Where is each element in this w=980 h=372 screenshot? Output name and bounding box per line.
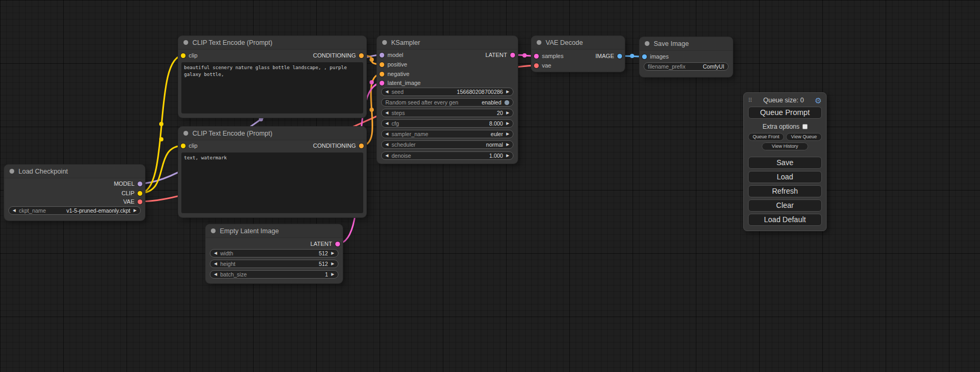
prompt-textarea[interactable]: beautiful scenery nature glass bottle la… bbox=[181, 62, 363, 113]
collapse-dot-icon[interactable] bbox=[183, 131, 188, 136]
drag-handle-icon[interactable]: ⠿ bbox=[748, 97, 752, 104]
output-port-conditioning[interactable]: CONDITIONING bbox=[313, 52, 364, 59]
widget-ckpt-name[interactable]: ◀ ckpt_name v1-5-pruned-emaonly.ckpt ▶ bbox=[8, 206, 141, 215]
node-title-bar[interactable]: Empty Latent Image bbox=[206, 224, 343, 238]
view-history-button[interactable]: View History bbox=[762, 142, 808, 150]
input-port-latent-image[interactable]: latent_image bbox=[380, 79, 421, 87]
port-dot[interactable] bbox=[380, 81, 384, 85]
input-port-images[interactable]: images bbox=[642, 53, 668, 60]
widget-steps[interactable]: ◀ steps 20 ▶ bbox=[381, 109, 513, 117]
port-dot[interactable] bbox=[359, 144, 364, 148]
input-port-samples[interactable]: samples bbox=[534, 52, 564, 60]
settings-gear-icon[interactable]: ⚙ bbox=[815, 97, 822, 104]
load-default-button[interactable]: Load Default bbox=[748, 214, 822, 226]
queue-prompt-button[interactable]: Queue Prompt bbox=[748, 107, 822, 119]
port-dot[interactable] bbox=[617, 54, 622, 59]
output-port-vae[interactable]: VAE bbox=[123, 198, 142, 205]
refresh-button[interactable]: Refresh bbox=[748, 185, 822, 197]
decrement-arrow-icon[interactable]: ◀ bbox=[385, 121, 389, 126]
node-title-bar[interactable]: KSampler bbox=[377, 36, 518, 50]
node-empty-latent-image[interactable]: Empty Latent Image LATENT ◀ width 512 ▶ … bbox=[206, 224, 343, 283]
decrement-arrow-icon[interactable]: ◀ bbox=[385, 132, 389, 136]
collapse-dot-icon[interactable] bbox=[9, 169, 14, 174]
port-dot[interactable] bbox=[510, 53, 515, 58]
increment-arrow-icon[interactable]: ▶ bbox=[331, 272, 334, 276]
port-dot[interactable] bbox=[380, 72, 384, 77]
queue-front-button[interactable]: Queue Front bbox=[748, 133, 784, 141]
decrement-arrow-icon[interactable]: ◀ bbox=[385, 142, 389, 147]
input-port-clip[interactable]: clip bbox=[181, 52, 198, 59]
input-port-clip[interactable]: clip bbox=[181, 142, 198, 149]
collapse-dot-icon[interactable] bbox=[537, 40, 541, 45]
port-dot[interactable] bbox=[380, 62, 384, 67]
widget-sampler-name[interactable]: ◀ sampler_name euler ▶ bbox=[381, 130, 513, 138]
output-port-latent[interactable]: LATENT bbox=[311, 240, 340, 247]
decrement-arrow-icon[interactable]: ◀ bbox=[385, 90, 389, 94]
prompt-textarea[interactable]: text, watermark bbox=[181, 152, 363, 213]
output-port-conditioning[interactable]: CONDITIONING bbox=[313, 142, 364, 149]
port-dot[interactable] bbox=[534, 54, 539, 59]
widget-scheduler[interactable]: ◀ scheduler normal ▶ bbox=[381, 140, 513, 149]
node-clip-text-encode-positive[interactable]: CLIP Text Encode (Prompt) clip CONDITION… bbox=[178, 36, 366, 118]
input-port-model[interactable]: model bbox=[380, 51, 403, 59]
collapse-dot-icon[interactable] bbox=[382, 40, 387, 45]
increment-arrow-icon[interactable]: ▶ bbox=[506, 142, 509, 147]
input-port-positive[interactable]: positive bbox=[380, 61, 407, 68]
node-ksampler[interactable]: KSampler model positive negative latent_… bbox=[377, 36, 518, 164]
collapse-dot-icon[interactable] bbox=[211, 228, 216, 233]
increment-arrow-icon[interactable]: ▶ bbox=[506, 90, 509, 94]
port-dot[interactable] bbox=[534, 63, 539, 68]
port-dot[interactable] bbox=[138, 199, 142, 204]
increment-arrow-icon[interactable]: ▶ bbox=[331, 251, 334, 255]
decrement-arrow-icon[interactable]: ◀ bbox=[385, 154, 389, 158]
port-dot[interactable] bbox=[380, 53, 384, 58]
save-button[interactable]: Save bbox=[748, 157, 822, 169]
node-title-bar[interactable]: CLIP Text Encode (Prompt) bbox=[178, 127, 366, 140]
node-clip-text-encode-negative[interactable]: CLIP Text Encode (Prompt) clip CONDITION… bbox=[178, 127, 366, 217]
toggle-indicator-icon[interactable] bbox=[504, 100, 509, 105]
increment-arrow-icon[interactable]: ▶ bbox=[506, 111, 509, 115]
node-save-image[interactable]: Save Image images filename_prefix ComfyU… bbox=[639, 37, 733, 77]
widget-cfg[interactable]: ◀ cfg 8.000 ▶ bbox=[381, 119, 513, 128]
increment-arrow-icon[interactable]: ▶ bbox=[506, 154, 509, 158]
output-port-latent[interactable]: LATENT bbox=[486, 51, 515, 59]
node-title-bar[interactable]: CLIP Text Encode (Prompt) bbox=[178, 36, 366, 50]
input-port-vae[interactable]: vae bbox=[534, 62, 551, 69]
extra-options-checkbox[interactable] bbox=[802, 124, 808, 129]
port-dot[interactable] bbox=[181, 53, 186, 58]
port-dot[interactable] bbox=[138, 191, 142, 196]
node-title-bar[interactable]: VAE Decode bbox=[531, 36, 625, 50]
widget-denoise[interactable]: ◀ denoise 1.000 ▶ bbox=[381, 151, 513, 160]
port-dot[interactable] bbox=[138, 182, 142, 186]
decrement-arrow-icon[interactable]: ◀ bbox=[214, 251, 217, 255]
output-port-clip[interactable]: CLIP bbox=[122, 189, 142, 197]
widget-random-seed-toggle[interactable]: Random seed after every gen enabled bbox=[381, 98, 513, 107]
node-title-bar[interactable]: Load Checkpoint bbox=[4, 165, 145, 178]
node-title-bar[interactable]: Save Image bbox=[639, 37, 733, 51]
node-vae-decode[interactable]: VAE Decode samples vae IMAGE bbox=[531, 36, 625, 72]
port-dot[interactable] bbox=[335, 242, 340, 246]
increment-arrow-icon[interactable]: ▶ bbox=[331, 262, 334, 266]
port-dot[interactable] bbox=[181, 144, 186, 148]
node-load-checkpoint[interactable]: Load Checkpoint MODEL CLIP VAE ◀ ckpt_na… bbox=[4, 165, 145, 221]
load-button[interactable]: Load bbox=[748, 171, 822, 183]
widget-width[interactable]: ◀ width 512 ▶ bbox=[210, 249, 338, 257]
collapse-dot-icon[interactable] bbox=[645, 41, 649, 46]
port-dot[interactable] bbox=[642, 54, 647, 59]
decrement-arrow-icon[interactable]: ◀ bbox=[214, 272, 217, 276]
widget-filename-prefix[interactable]: filename_prefix ComfyUI bbox=[644, 62, 729, 71]
increment-arrow-icon[interactable]: ▶ bbox=[506, 121, 509, 126]
increment-arrow-icon[interactable]: ▶ bbox=[133, 208, 137, 213]
collapse-dot-icon[interactable] bbox=[183, 40, 188, 45]
view-queue-button[interactable]: View Queue bbox=[786, 133, 822, 141]
increment-arrow-icon[interactable]: ▶ bbox=[506, 132, 509, 136]
output-port-image[interactable]: IMAGE bbox=[596, 52, 622, 60]
widget-batch-size[interactable]: ◀ batch_size 1 ▶ bbox=[210, 270, 338, 279]
widget-height[interactable]: ◀ height 512 ▶ bbox=[210, 260, 338, 268]
port-dot[interactable] bbox=[359, 53, 364, 58]
decrement-arrow-icon[interactable]: ◀ bbox=[385, 111, 389, 115]
clear-button[interactable]: Clear bbox=[748, 199, 822, 212]
widget-seed[interactable]: ◀ seed 156680208700286 ▶ bbox=[381, 88, 513, 96]
input-port-negative[interactable]: negative bbox=[380, 70, 410, 78]
output-port-model[interactable]: MODEL bbox=[114, 180, 142, 187]
